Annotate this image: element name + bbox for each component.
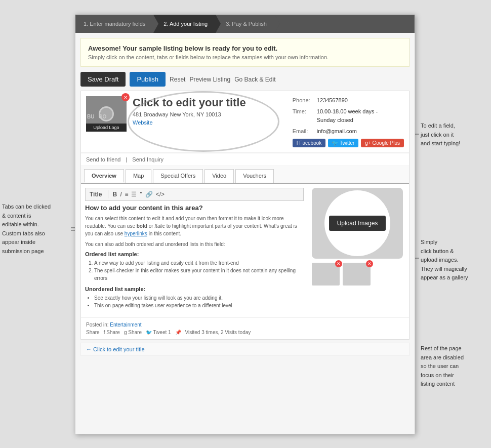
thumbnail-1-close[interactable]: ✕: [335, 260, 342, 267]
thumbnail-2: ✕: [343, 263, 371, 286]
publish-button[interactable]: Publish: [130, 72, 166, 87]
tab-map[interactable]: Map: [126, 169, 151, 183]
text-editor-area: Title B I ≡ ☰ " 🔗 </> How to add your co…: [81, 184, 308, 317]
editor-paragraph-2: You can also add both ordered and unorde…: [85, 240, 304, 248]
send-row: Send to friend | Send Inquiry: [81, 153, 409, 166]
save-draft-button[interactable]: Save Draft: [80, 72, 126, 87]
content-area: Title B I ≡ ☰ " 🔗 </> How to add your co…: [81, 184, 409, 317]
tabs-row: Overview Map Special Offers Video Vouche…: [81, 166, 409, 184]
editor-paragraph-1: You can select this content to edit it a…: [85, 215, 304, 237]
alert-subtitle: Simply click on the content, tabs or fie…: [88, 54, 402, 60]
tw-icon: 🐦: [332, 140, 340, 146]
reset-link[interactable]: Reset: [170, 76, 185, 83]
go-back-link[interactable]: Go Back & Edit: [234, 76, 275, 83]
toolbar-align-btn[interactable]: ≡: [125, 191, 128, 198]
listing-address[interactable]: 481 Broadway New York, NY 10013: [133, 111, 287, 117]
right-annotation-edit: To edit a field, just click on it and st…: [421, 121, 489, 148]
listing-area: Upload Logo ✕ BU GO Click to edit your t…: [80, 91, 410, 340]
toolbar-link-btn[interactable]: 🔗: [145, 191, 153, 198]
upload-circle-container: Upload Images: [312, 188, 403, 259]
listing-title-area: Click to edit your title 481 Broadway Ne…: [133, 96, 287, 147]
right-annotation-upload: Simply click button & upload images. The…: [421, 238, 489, 282]
separator: |: [126, 156, 128, 162]
gp-icon: g+: [365, 140, 372, 146]
toolbar-list-btn[interactable]: ☰: [131, 191, 137, 198]
alert-box: Awesome! Your sample listing below is re…: [80, 38, 410, 67]
upload-logo-button[interactable]: Upload Logo: [86, 124, 127, 132]
pinterest-link[interactable]: 📌: [175, 330, 181, 335]
time-row: Time: 10.00-18.00 week days - Sunday clo…: [293, 107, 404, 125]
page-wrapper: Tabs can be clicked & content is editabl…: [0, 0, 491, 448]
g-share-link[interactable]: g Share: [124, 330, 142, 335]
google-plus-button[interactable]: g+ Google Plus: [361, 139, 404, 147]
send-inquiry-link[interactable]: Send Inquiry: [132, 156, 163, 162]
step-1: 1. Enter mandatory fields: [75, 15, 153, 33]
editor-toolbar: Title B I ≡ ☰ " 🔗 </>: [85, 188, 304, 201]
phone-row: Phone: 1234567890: [293, 96, 404, 105]
step-3: 3. Pay & Publish: [216, 15, 275, 33]
ordered-list: A new way to add your listing and easily…: [85, 259, 304, 282]
alert-title: Awesome! Your sample listing below is re…: [88, 45, 402, 52]
preview-link[interactable]: Preview Listing: [189, 76, 230, 83]
browser-window: 1. Enter mandatory fields 2. Add your li…: [75, 14, 415, 434]
unordered-list-title: Unordered list sample:: [85, 286, 304, 292]
footer-actions: Share f Share g Share 🐦 Tweet 1 📌 Visite…: [86, 330, 404, 335]
social-buttons: f Facebook 🐦 Twitter g+ Google Plus: [293, 139, 404, 147]
tab-video[interactable]: Video: [204, 169, 234, 183]
upload-circle: Upload Images: [324, 190, 390, 256]
listing-header: Upload Logo ✕ BU GO Click to edit your t…: [81, 91, 409, 153]
upload-images-button[interactable]: Upload Images: [329, 216, 386, 231]
send-friend-link[interactable]: Send to friend: [86, 156, 121, 162]
toolbar-separator-1: [108, 190, 108, 198]
email-row: Email: info@gmail.com: [293, 127, 404, 136]
visited-text: Visited 3 times, 2 Visits today: [185, 330, 251, 335]
step-bar: 1. Enter mandatory fields 2. Add your li…: [75, 15, 415, 33]
posted-in: Posted in: Entertainment: [86, 322, 404, 328]
toolbar-code-btn[interactable]: </>: [156, 191, 165, 198]
tweet-link[interactable]: 🐦 Tweet 1: [146, 330, 171, 335]
contact-info: Phone: 1234567890 Time: 10.00-18.00 week…: [293, 96, 404, 147]
tab-special-offers[interactable]: Special Offers: [153, 169, 203, 183]
ordered-list-title: Ordered list sample:: [85, 251, 304, 257]
unordered-item-1: See exactly how your listing will look a…: [94, 294, 304, 302]
listing-footer: Posted in: Entertainment Share f Share g…: [81, 317, 409, 339]
bottom-listing[interactable]: ← Click to edit your title: [80, 343, 410, 356]
thumbnail-1: ✕: [312, 263, 340, 286]
thumbnail-2-close[interactable]: ✕: [366, 260, 373, 267]
listing-website[interactable]: Website: [133, 119, 153, 126]
share-link[interactable]: Share: [86, 330, 100, 335]
unordered-list: See exactly how your listing will look a…: [85, 294, 304, 309]
ordered-item-2: The spell-checker in this editor makes s…: [94, 267, 304, 282]
step-2: 2. Add your listing: [153, 15, 216, 33]
facebook-button[interactable]: f Facebook: [293, 139, 325, 147]
toolbar-bold-btn[interactable]: B: [112, 191, 117, 198]
editor-content-title[interactable]: How to add your content in this area?: [85, 204, 304, 212]
action-row: Save Draft Publish Reset Preview Listing…: [80, 72, 410, 87]
toolbar-title-btn[interactable]: Title: [90, 191, 102, 198]
twitter-button[interactable]: 🐦 Twitter: [328, 139, 358, 147]
toolbar-quote-btn[interactable]: ": [140, 191, 142, 198]
logo-close-button[interactable]: ✕: [121, 93, 130, 101]
listing-title[interactable]: Click to edit your title: [133, 96, 287, 109]
thumbnail-row: ✕ ✕: [312, 263, 405, 286]
tab-vouchers[interactable]: Vouchers: [235, 169, 274, 183]
logo-text: BU GO: [87, 114, 106, 119]
image-area: Upload Images ✕ ✕: [308, 184, 409, 317]
editor-content: How to add your content in this area? Yo…: [85, 204, 304, 309]
tab-overview[interactable]: Overview: [84, 169, 124, 183]
logo-container: Upload Logo ✕ BU GO: [86, 96, 127, 147]
category-link[interactable]: Entertainment: [110, 322, 141, 328]
ordered-item-1: A new way to add your listing and easily…: [94, 259, 304, 267]
toolbar-italic-btn[interactable]: I: [120, 191, 121, 198]
left-annotation-tabs: Tabs can be clicked & content is editabl…: [2, 202, 73, 256]
right-annotation-disabled: Rest of the page area are disabled so th…: [421, 344, 489, 389]
unordered-item-2: This on-page editing takes user experien…: [94, 302, 304, 309]
fb-share-link[interactable]: f Share: [104, 330, 120, 335]
